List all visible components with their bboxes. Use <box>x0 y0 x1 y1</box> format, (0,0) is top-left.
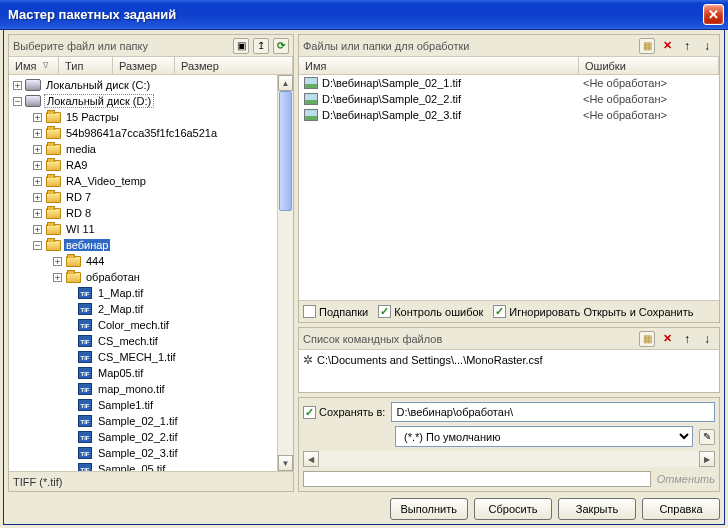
tree-file[interactable]: Sample_02_3.tif <box>96 447 180 459</box>
file-browser-panel: Выберите файл или папку ▣ ↥ ⟳ Имя ∇ Тип … <box>8 34 294 492</box>
tif-icon: TIF <box>77 398 93 412</box>
tree-node[interactable]: RA9 <box>64 159 89 171</box>
scripts-list[interactable]: ✲ C:\Documents and Settings\...\MonoRast… <box>299 350 719 392</box>
expand-toggle[interactable]: + <box>33 113 42 122</box>
script-move-down-button[interactable]: ↓ <box>699 331 715 347</box>
horizontal-scrollbar[interactable]: ◀ ▶ <box>303 451 715 467</box>
expand-toggle[interactable]: + <box>13 81 22 90</box>
run-button[interactable]: Выполнить <box>390 498 468 520</box>
tree-file[interactable]: CS_mech.tif <box>96 335 160 347</box>
tree-file[interactable]: Sample1.tif <box>96 399 155 411</box>
tree-file[interactable]: CS_MECH_1.tif <box>96 351 178 363</box>
expand-toggle[interactable]: + <box>33 177 42 186</box>
add-file-button[interactable]: ▦ <box>639 38 655 54</box>
expand-toggle[interactable]: + <box>33 145 42 154</box>
check-errors-checkbox[interactable]: ✓Контроль ошибок <box>378 305 483 318</box>
move-up-button[interactable]: ↑ <box>679 38 695 54</box>
ignore-opensave-checkbox[interactable]: ✓Игнорировать Открыть и Сохранить <box>493 305 693 318</box>
expand-toggle[interactable]: + <box>33 209 42 218</box>
tree-node[interactable]: 444 <box>84 255 106 267</box>
save-filter-select[interactable]: (*.*) По умолчанию <box>395 426 693 447</box>
tree-node[interactable]: RA_Video_temp <box>64 175 148 187</box>
col-size1[interactable]: Размер <box>113 57 175 74</box>
image-file-icon <box>303 92 319 106</box>
folder-icon <box>65 270 81 284</box>
expand-toggle[interactable]: + <box>53 257 62 266</box>
folder-icon <box>45 110 61 124</box>
tree-node-drive-c[interactable]: Локальный диск (C:) <box>44 79 152 91</box>
files-col-errors[interactable]: Ошибки <box>579 57 719 74</box>
subfolders-checkbox[interactable]: Подпапки <box>303 305 368 318</box>
view-mode-button[interactable]: ▣ <box>233 38 249 54</box>
checkbox-icon: ✓ <box>303 406 316 419</box>
tif-icon: TIF <box>77 366 93 380</box>
files-list[interactable]: D:\вебинар\Sample_02_1.tif <Не обработан… <box>299 75 719 300</box>
scroll-thumb[interactable] <box>279 91 292 211</box>
tree-node-drive-d[interactable]: Локальный диск (D:) <box>44 94 154 108</box>
scroll-up-icon[interactable]: ▲ <box>278 75 293 91</box>
script-move-up-button[interactable]: ↑ <box>679 331 695 347</box>
expand-toggle[interactable]: + <box>33 129 42 138</box>
close-button[interactable]: Закрыть <box>558 498 636 520</box>
tree-node[interactable]: WI 11 <box>64 223 97 235</box>
drive-icon <box>25 94 41 108</box>
move-down-button[interactable]: ↓ <box>699 38 715 54</box>
progress-bar <box>303 471 651 487</box>
add-script-button[interactable]: ▦ <box>639 331 655 347</box>
help-button[interactable]: Справка <box>642 498 720 520</box>
remove-script-button[interactable]: ✕ <box>659 331 675 347</box>
image-file-icon <box>303 76 319 90</box>
list-item[interactable]: ✲ C:\Documents and Settings\...\MonoRast… <box>303 353 715 367</box>
tree-file[interactable]: Sample_05.tif <box>96 463 167 471</box>
scripts-panel: Список командных файлов ▦ ✕ ↑ ↓ ✲ C:\Doc… <box>298 327 720 393</box>
folder-icon <box>65 254 81 268</box>
tree-node[interactable]: media <box>64 143 98 155</box>
tree-node-vebinar[interactable]: вебинар <box>64 239 110 251</box>
window-close-button[interactable]: ✕ <box>703 4 724 25</box>
reset-button[interactable]: Сбросить <box>474 498 552 520</box>
tif-icon: TIF <box>77 430 93 444</box>
folder-icon <box>45 158 61 172</box>
scroll-left-icon[interactable]: ◀ <box>303 451 319 467</box>
col-size2[interactable]: Размер <box>175 57 293 74</box>
expand-toggle[interactable]: + <box>33 193 42 202</box>
save-to-checkbox[interactable]: ✓Сохранять в: <box>303 406 385 419</box>
col-type[interactable]: Тип <box>59 57 113 74</box>
files-col-name[interactable]: Имя <box>299 57 579 74</box>
tree-node[interactable]: 54b98641a7cca35f1fc16a521a <box>64 127 219 139</box>
tif-icon: TIF <box>77 462 93 471</box>
tree-node[interactable]: обработан <box>84 271 142 283</box>
tree-node[interactable]: RD 8 <box>64 207 93 219</box>
tree-node[interactable]: RD 7 <box>64 191 93 203</box>
remove-file-button[interactable]: ✕ <box>659 38 675 54</box>
folder-icon <box>45 222 61 236</box>
expand-toggle[interactable]: − <box>33 241 42 250</box>
tree-scrollbar[interactable]: ▲ ▼ <box>277 75 293 471</box>
tree-file[interactable]: map_mono.tif <box>96 383 167 395</box>
file-tree[interactable]: +Локальный диск (C:) −Локальный диск (D:… <box>9 75 277 471</box>
save-path-input[interactable] <box>391 402 715 422</box>
list-item[interactable]: D:\вебинар\Sample_02_3.tif <Не обработан… <box>299 107 719 123</box>
list-item[interactable]: D:\вебинар\Sample_02_1.tif <Не обработан… <box>299 75 719 91</box>
list-item[interactable]: D:\вебинар\Sample_02_2.tif <Не обработан… <box>299 91 719 107</box>
scroll-right-icon[interactable]: ▶ <box>699 451 715 467</box>
save-filter-edit-button[interactable]: ✎ <box>699 429 715 445</box>
drive-icon <box>25 78 41 92</box>
col-name[interactable]: Имя ∇ <box>9 57 59 74</box>
expand-toggle[interactable]: − <box>13 97 22 106</box>
tif-icon: TIF <box>77 414 93 428</box>
refresh-button[interactable]: ⟳ <box>273 38 289 54</box>
expand-toggle[interactable]: + <box>33 225 42 234</box>
scroll-down-icon[interactable]: ▼ <box>278 455 293 471</box>
tree-file[interactable]: Sample_02_1.tif <box>96 415 180 427</box>
expand-toggle[interactable]: + <box>53 273 62 282</box>
tree-file[interactable]: Sample_02_2.tif <box>96 431 180 443</box>
up-folder-button[interactable]: ↥ <box>253 38 269 54</box>
tree-file[interactable]: Color_mech.tif <box>96 319 171 331</box>
expand-toggle[interactable]: + <box>33 161 42 170</box>
tree-file[interactable]: Map05.tif <box>96 367 145 379</box>
tree-file[interactable]: 2_Map.tif <box>96 303 145 315</box>
tree-file[interactable]: 1_Map.tif <box>96 287 145 299</box>
tree-node[interactable]: 15 Растры <box>64 111 121 123</box>
folder-icon <box>45 142 61 156</box>
